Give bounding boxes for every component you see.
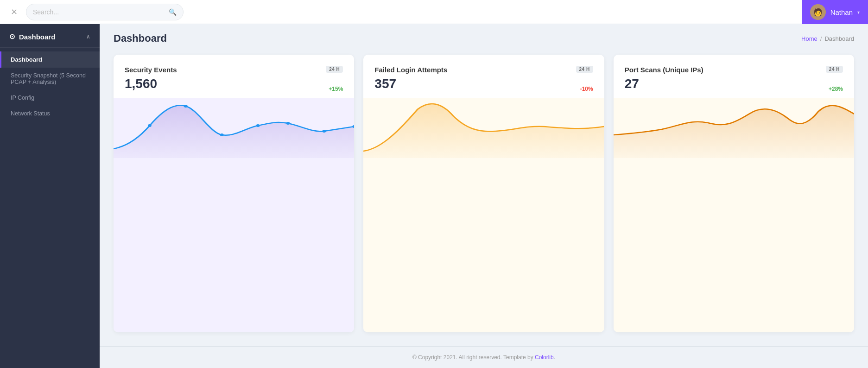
- search-input[interactable]: [33, 8, 166, 16]
- card-badge: 24 H: [576, 66, 593, 73]
- content-header: Dashboard Home / Dashboard: [100, 24, 868, 50]
- card-header: Failed Login Attempts 24 H: [374, 66, 593, 74]
- card-title: Failed Login Attempts: [374, 66, 447, 74]
- close-icon[interactable]: ✕: [7, 6, 20, 19]
- card-title: Security Events: [125, 66, 177, 74]
- page-title: Dashboard: [114, 32, 167, 44]
- svg-point-1: [184, 105, 188, 108]
- collapse-icon[interactable]: ∧: [86, 33, 90, 40]
- footer-link[interactable]: Colorlib: [535, 354, 554, 361]
- svg-point-3: [256, 124, 260, 127]
- footer-period: .: [554, 354, 555, 361]
- breadcrumb-home[interactable]: Home: [801, 35, 817, 42]
- breadcrumb-current: Dashboard: [824, 35, 854, 42]
- search-bar: 🔍: [26, 4, 184, 20]
- breadcrumb-separator: /: [820, 35, 822, 42]
- card-header: Security Events 24 H: [125, 66, 343, 74]
- sidebar-header: ⊙ Dashboard ∧: [0, 24, 100, 48]
- card-meta: 27 +28%: [625, 76, 843, 92]
- card-chart: [114, 98, 354, 332]
- card-chart: [363, 98, 604, 332]
- card-title: Port Scans (Unique IPs): [625, 66, 703, 74]
- footer-text: © Copyright 2021. All right reserved. Te…: [412, 354, 533, 361]
- search-icon: 🔍: [169, 8, 177, 16]
- breadcrumb: Home / Dashboard: [801, 35, 854, 42]
- dashboard-icon: ⊙: [9, 32, 15, 41]
- card-failed-login: Failed Login Attempts 24 H 357 -10%: [363, 55, 604, 332]
- main-layout: ⊙ Dashboard ∧ Dashboard Security Snapsho…: [0, 24, 868, 368]
- svg-point-2: [220, 133, 224, 136]
- card-badge: 24 H: [826, 66, 843, 73]
- sidebar: ⊙ Dashboard ∧ Dashboard Security Snapsho…: [0, 24, 100, 368]
- card-value: 1,560: [125, 76, 157, 91]
- sidebar-title: ⊙ Dashboard: [9, 32, 55, 41]
- cards-grid: Security Events 24 H 1,560 +15%: [100, 50, 868, 346]
- sidebar-nav: Dashboard Security Snapshot (5 Second PC…: [0, 48, 100, 125]
- card-change: +15%: [329, 86, 343, 92]
- sidebar-item-dashboard[interactable]: Dashboard: [0, 51, 100, 68]
- topbar: ✕ 🔍 ⤢: [0, 0, 868, 24]
- svg-point-4: [286, 122, 290, 125]
- content-area: 🧑 Nathan ▾ Dashboard Home / Dashboard Se…: [100, 24, 868, 368]
- card-header: Port Scans (Unique IPs) 24 H: [625, 66, 843, 74]
- card-change: +28%: [829, 86, 843, 92]
- card-security-events: Security Events 24 H 1,560 +15%: [114, 55, 354, 332]
- footer: © Copyright 2021. All right reserved. Te…: [100, 346, 868, 368]
- card-value: 357: [374, 76, 396, 91]
- card-value: 27: [625, 76, 639, 91]
- card-meta: 1,560 +15%: [125, 76, 343, 92]
- svg-point-5: [323, 130, 326, 133]
- sidebar-item-ip-config[interactable]: IP Config: [0, 90, 100, 106]
- svg-point-0: [148, 124, 152, 127]
- sidebar-item-security-snapshot[interactable]: Security Snapshot (5 Second PCAP + Analy…: [0, 68, 100, 90]
- sidebar-item-network-status[interactable]: Network Status: [0, 106, 100, 121]
- card-chart: [614, 98, 854, 332]
- card-port-scans: Port Scans (Unique IPs) 24 H 27 +28%: [614, 55, 854, 332]
- card-meta: 357 -10%: [374, 76, 593, 92]
- card-change: -10%: [580, 86, 593, 92]
- card-badge: 24 H: [326, 66, 343, 73]
